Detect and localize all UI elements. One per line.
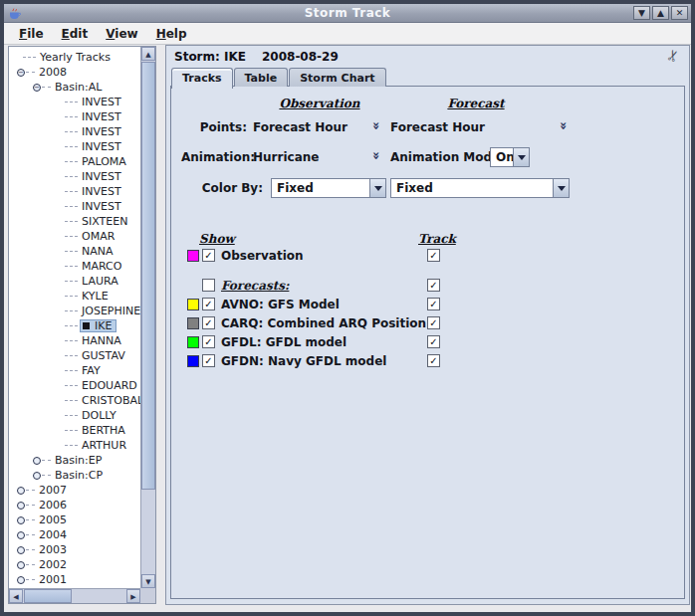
show-checkbox[interactable]: ✓ — [202, 354, 215, 367]
combo-arrow-icon[interactable] — [553, 179, 569, 197]
show-checkbox[interactable] — [202, 279, 215, 292]
storm-tree-panel: Yearly Tracks−2008−Basin:ALINVESTINVESTI… — [8, 46, 156, 604]
tab-storm-chart[interactable]: Storm Chart — [289, 68, 385, 87]
menu-view[interactable]: View — [97, 25, 146, 43]
tree-item-cristobal[interactable]: CRISTOBAL — [9, 393, 140, 408]
maximize-button[interactable]: ▲ — [652, 6, 669, 20]
tree-toggle-icon[interactable]: − — [33, 84, 41, 92]
tree-vertical-scrollbar[interactable]: ▲ ▼ — [140, 47, 155, 588]
vertical-scroll-thumb[interactable] — [141, 62, 155, 490]
tree-item-gustav[interactable]: GUSTAV — [9, 348, 140, 363]
horizontal-scroll-thumb[interactable] — [24, 589, 72, 603]
color-swatch[interactable] — [187, 317, 199, 329]
tree-toggle-icon[interactable] — [33, 472, 41, 480]
window-title: Storm Track — [4, 6, 691, 20]
tree-item-edouard[interactable]: EDOUARD — [9, 378, 140, 393]
tree-toggle-icon[interactable] — [17, 516, 25, 524]
track-checkbox[interactable]: ✓ — [427, 316, 440, 329]
show-checkbox[interactable]: ✓ — [202, 249, 215, 262]
show-checkbox[interactable]: ✓ — [202, 316, 215, 329]
color-swatch[interactable] — [187, 299, 199, 310]
tree-item-nana[interactable]: NANA — [9, 244, 140, 259]
color-swatch[interactable] — [187, 250, 199, 262]
tree-item-2006[interactable]: 2006 — [9, 498, 140, 513]
combo-arrow-icon[interactable] — [513, 148, 529, 166]
tree-item-2008[interactable]: −2008 — [9, 65, 140, 80]
tree-toggle-icon[interactable] — [17, 502, 25, 510]
tree-item-sixteen[interactable]: SIXTEEN — [9, 214, 140, 229]
tab-tracks[interactable]: Tracks — [171, 68, 233, 89]
scroll-right-icon[interactable]: ▶ — [126, 589, 140, 603]
track-checkbox[interactable]: ✓ — [427, 298, 440, 310]
points-observation-dropdown-icon[interactable]: » — [369, 121, 384, 129]
scissors-icon[interactable]: ✂ — [663, 47, 684, 65]
layer-row: Forecasts:✓ — [181, 279, 678, 295]
color-swatch[interactable] — [187, 336, 199, 348]
tab-table[interactable]: Table — [234, 68, 289, 87]
menu-file[interactable]: File — [10, 25, 53, 43]
track-checkbox[interactable]: ✓ — [427, 279, 440, 292]
color-by-observation-combobox[interactable]: Fixed — [271, 178, 386, 198]
tree-item-dolly[interactable]: DOLLY — [9, 408, 140, 423]
tree-item-2004[interactable]: 2004 — [9, 527, 140, 542]
tree-item-basin-ep[interactable]: Basin:EP — [9, 453, 140, 468]
tree-item-invest[interactable]: INVEST — [9, 109, 140, 124]
tree-item-2001[interactable]: 2001 — [9, 572, 140, 587]
tree-item-label: Yearly Tracks — [38, 51, 113, 64]
tree-item-invest[interactable]: INVEST — [9, 169, 140, 184]
tree-toggle-icon[interactable] — [17, 576, 25, 584]
show-checkbox[interactable]: ✓ — [202, 335, 215, 348]
tree-item-2007[interactable]: 2007 — [9, 483, 140, 498]
tree-item-omar[interactable]: OMAR — [9, 229, 140, 244]
scroll-down-icon[interactable]: ▼ — [141, 574, 155, 588]
animation-dropdown-icon[interactable]: » — [369, 151, 384, 159]
tree-toggle-icon[interactable] — [33, 457, 41, 465]
tree-item-basin-al[interactable]: −Basin:AL — [9, 80, 140, 95]
color-by-row: Color By: Fixed Fixed — [181, 178, 678, 198]
tree-item-yearly-tracks[interactable]: Yearly Tracks — [9, 50, 140, 65]
tree-item-2003[interactable]: 2003 — [9, 542, 140, 557]
show-checkbox[interactable]: ✓ — [202, 298, 215, 310]
tree-item-2005[interactable]: 2005 — [9, 513, 140, 527]
tree-item-invest[interactable]: INVEST — [9, 199, 140, 214]
tree-item-kyle[interactable]: KYLE — [9, 289, 140, 304]
tree-item-invest[interactable]: INVEST — [9, 124, 140, 139]
scroll-up-icon[interactable]: ▲ — [141, 47, 155, 61]
tree-item-2002[interactable]: 2002 — [9, 557, 140, 572]
color-swatch[interactable] — [187, 355, 199, 367]
tree-item-invest[interactable]: INVEST — [9, 139, 140, 154]
track-checkbox[interactable]: ✓ — [427, 354, 440, 367]
minimize-button[interactable]: ▼ — [633, 6, 650, 20]
combo-arrow-icon[interactable] — [369, 179, 385, 197]
tree-toggle-icon[interactable] — [17, 561, 25, 569]
tree-item-basin-cp[interactable]: Basin:CP — [9, 468, 140, 483]
track-checkbox[interactable]: ✓ — [427, 249, 440, 262]
tree-item-hanna[interactable]: HANNA — [9, 333, 140, 348]
tree-toggle-icon[interactable] — [17, 487, 25, 495]
track-checkbox[interactable]: ✓ — [427, 335, 440, 348]
tree-item-invest[interactable]: INVEST — [9, 95, 140, 109]
animation-mode-combobox[interactable]: On — [490, 147, 530, 167]
scroll-left-icon[interactable]: ◀ — [9, 589, 23, 603]
tree-toggle-icon[interactable] — [17, 546, 25, 554]
menu-help[interactable]: Help — [147, 25, 196, 43]
points-forecast-dropdown-icon[interactable]: » — [557, 121, 572, 129]
tree-item-arthur[interactable]: ARTHUR — [9, 438, 140, 453]
tree-item-paloma[interactable]: PALOMA — [9, 154, 140, 169]
color-by-forecast-combobox[interactable]: Fixed — [390, 178, 570, 198]
tree-item-josephine[interactable]: JOSEPHINE — [9, 304, 140, 318]
tree-item-fay[interactable]: FAY — [9, 363, 140, 378]
tree-item-ike[interactable]: IKE — [9, 318, 140, 333]
animation-value: Hurricane — [253, 150, 319, 164]
tree-item-marco[interactable]: MARCO — [9, 259, 140, 274]
tree-item-laura[interactable]: LAURA — [9, 274, 140, 289]
layer-row: ✓CARQ: Combined ARQ Position✓ — [181, 316, 678, 332]
menu-edit[interactable]: Edit — [53, 25, 98, 43]
close-button[interactable]: ✕ — [671, 6, 688, 20]
tree-toggle-icon[interactable] — [17, 531, 25, 539]
tree-item-invest[interactable]: INVEST — [9, 184, 140, 199]
tree-horizontal-scrollbar[interactable]: ◀ ▶ — [9, 588, 140, 603]
title-bar[interactable]: Storm Track ▼▲✕ — [4, 4, 691, 23]
tree-item-bertha[interactable]: BERTHA — [9, 423, 140, 438]
tree-toggle-icon[interactable]: − — [17, 69, 25, 77]
